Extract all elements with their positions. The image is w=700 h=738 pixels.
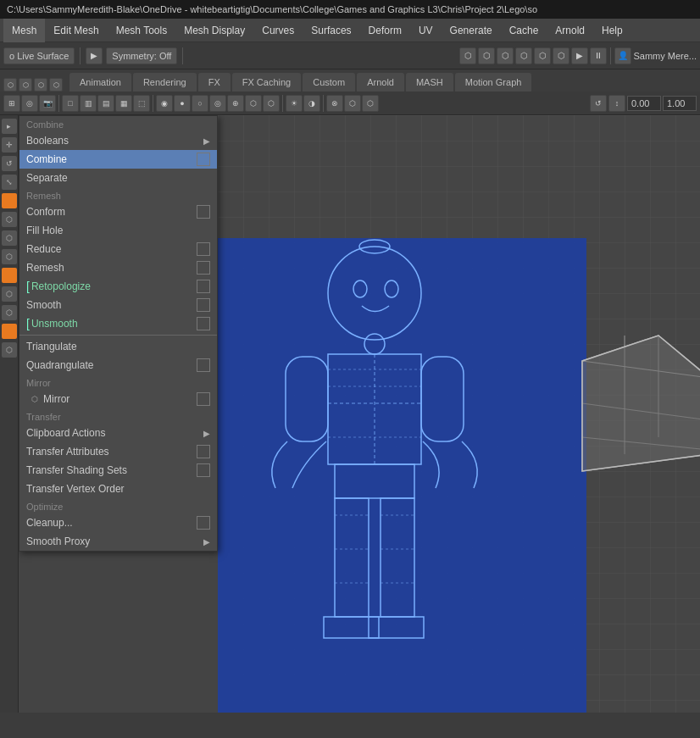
sidebar-icon-12[interactable] (2, 324, 17, 339)
tab-rendering[interactable]: Rendering (133, 73, 197, 92)
menu-item-smooth-proxy[interactable]: Smooth Proxy ▶ (19, 532, 217, 551)
menu-item-retopologize[interactable]: [ Retopologize (19, 277, 217, 296)
pause-btn[interactable]: ⏸ (590, 47, 607, 64)
menu-item-combine[interactable]: Combine (19, 150, 217, 169)
view-icon-2[interactable]: ▥ (80, 95, 97, 112)
menu-item-separate[interactable]: Separate (19, 169, 217, 187)
menu-deform[interactable]: Deform (360, 19, 410, 42)
icon-btn-5[interactable]: ⬡ (534, 47, 551, 64)
tab-icon-3[interactable]: ⬡ (34, 78, 47, 92)
light-icon[interactable]: ☀ (286, 95, 303, 112)
menu-item-booleans[interactable]: Booleans ▶ (19, 131, 217, 150)
menu-arnold[interactable]: Arnold (547, 19, 593, 42)
menu-item-triangulate[interactable]: Triangulate (19, 337, 217, 356)
sidebar-icon-10[interactable]: ⬡ (2, 286, 17, 302)
light-icon-2[interactable]: ◑ (303, 95, 320, 112)
shading-1[interactable]: ◉ (156, 95, 173, 112)
toolbar-separator-2 (182, 47, 183, 64)
grid-icon[interactable]: ⊞ (3, 95, 20, 112)
view-icon-1[interactable]: □ (62, 95, 79, 112)
shading-3[interactable]: ○ (192, 95, 208, 112)
shading-2[interactable]: ● (174, 95, 191, 112)
menu-item-reduce[interactable]: Reduce (19, 240, 217, 258)
tab-custom[interactable]: Custom (303, 73, 355, 92)
sidebar-select-icon[interactable]: ▸ (2, 119, 17, 134)
tab-icon-4[interactable]: ⬡ (49, 78, 63, 92)
menu-item-fill-hole[interactable]: Fill Hole (19, 221, 217, 240)
sidebar-icon-9[interactable] (2, 268, 17, 283)
rot-icon[interactable]: ↺ (590, 95, 607, 112)
shading-7[interactable]: ⬡ (263, 95, 280, 112)
sidebar-icon-5[interactable] (2, 193, 17, 208)
arrow-btn[interactable]: ▶ (86, 47, 103, 64)
menu-item-remesh[interactable]: Remesh (19, 258, 217, 277)
mirror-box (197, 392, 210, 406)
tab-icon-1[interactable]: ⬡ (3, 78, 17, 92)
viewport[interactable]: Combine Booleans ▶ Combine Separate Reme… (19, 115, 700, 713)
toolbar-separator-3 (610, 47, 611, 64)
menu-item-transfer-attributes[interactable]: Transfer Attributes (19, 442, 217, 461)
menu-item-unsmooth[interactable]: [ Unsmooth (19, 314, 217, 333)
menu-mesh-tools[interactable]: Mesh Tools (108, 19, 175, 42)
icon-btn-4[interactable]: ⬡ (515, 47, 532, 64)
tab-mash[interactable]: MASH (406, 73, 453, 92)
tab-fx[interactable]: FX (198, 73, 231, 92)
sidebar-move-icon[interactable]: ✛ (2, 137, 17, 153)
menu-help[interactable]: Help (593, 19, 631, 42)
view-icon-3[interactable]: ▤ (97, 95, 114, 112)
y-coord-input[interactable] (663, 96, 697, 111)
icon-btn-6[interactable]: ⬡ (553, 47, 569, 64)
menu-cache[interactable]: Cache (501, 19, 547, 42)
icon-btn-2[interactable]: ⬡ (478, 47, 495, 64)
menu-item-clipboard-actions[interactable]: Clipboard Actions ▶ (19, 424, 217, 442)
shading-5[interactable]: ⊕ (227, 95, 244, 112)
shading-4[interactable]: ◎ (209, 95, 226, 112)
retopologize-label: Retopologize (31, 280, 193, 292)
menu-item-cleanup[interactable]: Cleanup... (19, 513, 217, 532)
user-icon[interactable]: 👤 (614, 47, 631, 64)
menu-curves[interactable]: Curves (253, 19, 303, 42)
tab-icon-2[interactable]: ⬡ (19, 78, 32, 92)
icon-btn-1[interactable]: ⬡ (459, 47, 476, 64)
menu-uv[interactable]: UV (410, 19, 442, 42)
live-surface-btn[interactable]: o Live Surface (3, 47, 75, 64)
menu-mesh-display[interactable]: Mesh Display (175, 19, 253, 42)
sidebar-icon-6[interactable]: ⬡ (2, 212, 17, 227)
view-icon-5[interactable]: ⬚ (133, 95, 150, 112)
sidebar-icon-8[interactable]: ⬡ (2, 249, 17, 264)
menu-edit-mesh[interactable]: Edit Mesh (45, 19, 107, 42)
conform-label: Conform (26, 206, 193, 218)
sidebar-icon-13[interactable]: ⬡ (2, 342, 17, 358)
tab-fx-caching[interactable]: FX Caching (232, 73, 301, 92)
menu-item-smooth[interactable]: Smooth (19, 296, 217, 314)
symmetry-btn[interactable]: Symmetry: Off (106, 47, 177, 64)
play-btn[interactable]: ▶ (571, 47, 588, 64)
menu-surfaces[interactable]: Surfaces (303, 19, 359, 42)
view-icon-4[interactable]: ▦ (115, 95, 132, 112)
tab-animation[interactable]: Animation (69, 73, 131, 92)
x-coord-input[interactable] (627, 96, 661, 111)
sidebar-icon-7[interactable]: ⬡ (2, 230, 17, 246)
sidebar-rotate-icon[interactable]: ↺ (2, 156, 17, 171)
tab-motion-graph[interactable]: Motion Graph (455, 73, 532, 92)
tab-arnold[interactable]: Arnold (357, 73, 404, 92)
menu-item-conform[interactable]: Conform (19, 203, 217, 221)
fx-icon[interactable]: ⬡ (362, 95, 379, 112)
icon-btn-3[interactable]: ⬡ (497, 47, 514, 64)
flip-icon[interactable]: ↕ (608, 95, 625, 112)
sidebar-icon-11[interactable]: ⬡ (2, 305, 17, 320)
render-icon[interactable]: ◎ (21, 95, 38, 112)
menu-item-quadrangulate[interactable]: Quadrangulate (19, 356, 217, 375)
sidebar-scale-icon[interactable]: ⤡ (2, 175, 17, 190)
menu-item-transfer-vertex-order[interactable]: Transfer Vertex Order (19, 480, 217, 498)
menu-item-transfer-shading-sets[interactable]: Transfer Shading Sets (19, 461, 217, 480)
menu-mesh[interactable]: Mesh (3, 19, 45, 42)
icon-sep-1 (58, 95, 59, 112)
env-icon[interactable]: ⬡ (344, 95, 361, 112)
shading-6[interactable]: ⬡ (245, 95, 262, 112)
menu-item-mirror[interactable]: ⬡ Mirror (19, 390, 217, 408)
conform-box (197, 205, 210, 219)
cam-icon[interactable]: 📷 (39, 95, 56, 112)
menu-generate[interactable]: Generate (442, 19, 501, 42)
xray-icon[interactable]: ⊗ (326, 95, 343, 112)
